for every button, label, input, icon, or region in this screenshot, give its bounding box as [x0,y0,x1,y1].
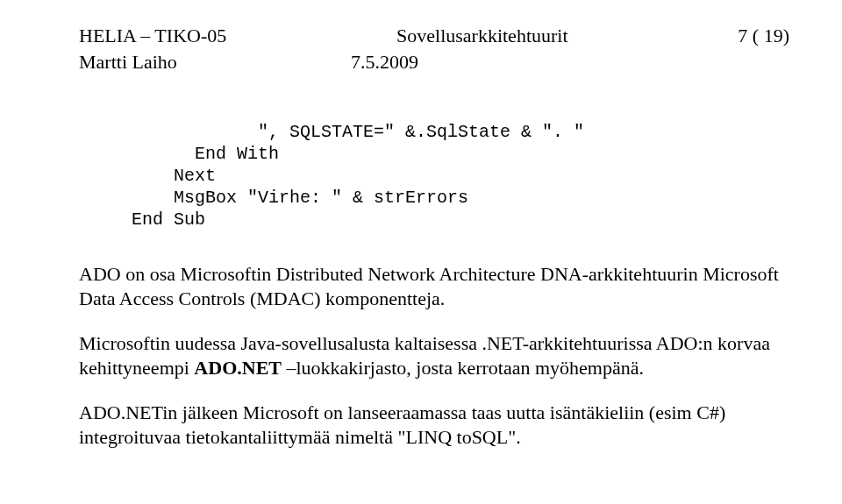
code-block: ", SQLSTATE=" &.SqlState & ". " End With… [132,121,789,231]
code-line: Next [132,166,216,186]
paragraph-1: ADO on osa Microsoftin Distributed Netwo… [79,262,789,310]
page-header: HELIA – TIKO-05 Sovellusarkkitehtuurit 7… [79,25,789,47]
para2-text-2: –luokkakirjasto, josta kerrotaan myöhemp… [282,357,644,379]
code-line: MsgBox "Virhe: " & strErrors [132,188,468,208]
code-line: End Sub [132,209,205,230]
author-name: Martti Laiho [79,51,351,74]
paragraph-3: ADO.NETin jälkeen Microsoft on lanseeraa… [79,401,789,449]
para2-bold: ADO.NET [194,357,282,379]
code-line: ", SQLSTATE=" &.SqlState & ". " [132,122,584,142]
page-subheader: Martti Laiho 7.5.2009 [79,51,789,74]
document-date: 7.5.2009 [351,51,418,74]
paragraph-2: Microsoftin uudessa Java-sovellusalusta … [79,331,789,380]
header-left: HELIA – TIKO-05 [79,25,226,47]
code-line: End With [132,144,279,164]
header-title: Sovellusarkkitehtuurit [226,25,738,47]
header-page-number: 7 ( 19) [738,25,789,47]
